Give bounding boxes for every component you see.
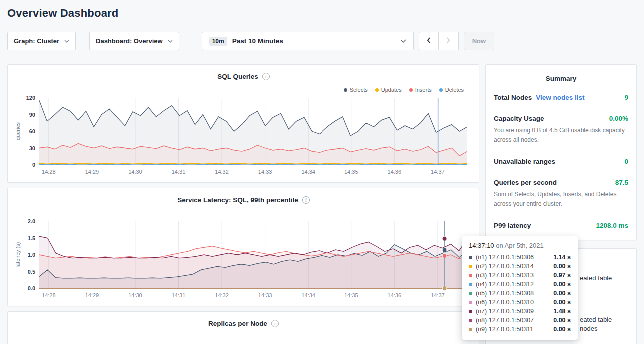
chevron-down-icon [168,40,173,43]
summary-row-unavailable-ranges: Unavailable ranges 0 [494,151,628,172]
chart-title-row: SQL Queries i [14,71,473,82]
tooltip-node-label: (n6) 127.0.0.1:50310 [476,299,534,306]
legend-item[interactable]: Inserts [409,87,432,93]
series-dot-icon [469,328,472,331]
tooltip-node-value: 1.48 s [553,308,571,315]
legend-item[interactable]: Selects [344,87,368,93]
time-range-badge: 10m [209,37,227,46]
replicas-per-node-panel: Replicas per Node i [7,311,479,344]
tooltip-row: (n1) 127.0.0.1:503061.14 s [469,253,571,262]
dashboard-dropdown[interactable]: Dashboard: Overview [89,32,179,50]
tooltip-node-value: 0.00 s [553,290,571,297]
series-dot-icon [469,265,472,268]
legend-dot-icon [375,88,379,92]
svg-text:30: 30 [29,145,35,151]
event-item-fragment[interactable]: eated table [580,274,612,282]
service-latency-chart[interactable]: 14:2814:2914:3014:3114:3214:3314:3414:35… [14,218,474,302]
info-icon[interactable]: i [302,196,310,204]
svg-text:queries: queries [15,122,21,140]
dashboard-dropdown-label: Dashboard: Overview [96,37,163,45]
svg-text:14:28: 14:28 [42,292,56,298]
tooltip-node-value: 0.97 s [553,272,571,279]
now-button[interactable]: Now [464,32,494,50]
sql-queries-chart[interactable]: 14:2814:2914:3014:3114:3214:3314:3414:35… [14,95,474,179]
series-dot-icon [469,274,472,277]
legend-item[interactable]: Updates [375,87,402,93]
tooltip-node-label: (n9) 127.0.0.1:50311 [476,326,533,333]
qps-label: Queries per second [494,179,557,186]
svg-text:14:37: 14:37 [431,169,445,175]
svg-text:14:30: 14:30 [128,292,142,298]
svg-text:1.0: 1.0 [28,252,35,258]
time-range-label: Past 10 Minutes [232,37,283,45]
tooltip-node-label: (n5) 127.0.0.1:50308 [476,290,534,297]
graph-dropdown-label: Graph: Cluster [14,37,59,45]
page-title: Overview Dashboard [0,0,644,20]
series-dot-icon [469,292,472,295]
tooltip-row: (n4) 127.0.0.1:503120.00 s [469,280,571,289]
tooltip-node-label: (n4) 127.0.0.1:50312 [476,281,534,288]
capacity-usage-value: 0.00% [609,115,628,122]
svg-text:latency (s): latency (s) [15,242,21,268]
info-icon[interactable]: i [262,73,270,80]
chart-title: Replicas per Node [208,320,267,327]
legend-item[interactable]: Deletes [439,87,464,93]
chevron-down-icon [400,39,406,43]
view-nodes-list-link[interactable]: View nodes list [536,94,584,101]
svg-text:14:33: 14:33 [258,292,272,298]
tooltip-row: (n2) 127.0.0.1:503140.00 s [469,262,571,271]
svg-text:14:34: 14:34 [301,292,315,298]
svg-text:14:30: 14:30 [128,169,142,175]
info-icon[interactable]: i [271,320,279,327]
capacity-usage-subtext: You are using 0 B of 4.5 GiB usable disk… [494,126,628,144]
tooltip-row: (n7) 127.0.0.1:503091.48 s [469,307,571,316]
unavailable-ranges-label: Unavailable ranges [494,158,555,165]
overview-dashboard-page: Overview Dashboard Graph: Cluster Dashbo… [0,0,644,344]
svg-text:14:36: 14:36 [388,292,402,298]
svg-text:14:31: 14:31 [172,169,186,175]
svg-text:14:35: 14:35 [344,169,358,175]
svg-text:0: 0 [32,162,35,168]
svg-text:60: 60 [29,128,35,134]
chart-title: Service Latency: SQL, 99th percentile [177,196,298,204]
summary-title: Summary [494,73,628,87]
chart-hover-tooltip: 14:37:10 on Apr 5th, 2021 (n1) 127.0.0.1… [462,236,578,340]
summary-panel: Summary Total Nodes View nodes list 9 Ca… [485,64,637,240]
legend-dot-icon [409,88,413,92]
summary-row-p99-latency: P99 latency 1208.0 ms [494,215,628,236]
svg-text:14:32: 14:32 [215,292,229,298]
svg-text:120: 120 [26,95,35,101]
tooltip-node-value: 0.00 s [553,263,571,270]
event-item-fragment[interactable]: eated table [580,316,612,323]
tooltip-node-value: 0.00 s [553,299,571,306]
time-prev-button[interactable] [419,32,439,50]
event-item-fragment[interactable]: nodes [580,325,597,332]
sql-queries-panel: SQL Queries i SelectsUpdatesInsertsDelet… [7,64,479,183]
svg-text:0.5: 0.5 [28,269,35,275]
tooltip-time: 14:37:10 [469,242,494,249]
chevron-down-icon [64,40,69,43]
series-dot-icon [469,310,472,313]
svg-text:14:36: 14:36 [388,169,402,175]
svg-text:14:34: 14:34 [301,169,315,175]
service-latency-panel: Service Latency: SQL, 99th percentile i … [7,188,479,306]
graph-dropdown[interactable]: Graph: Cluster [7,32,76,50]
time-next-button[interactable] [439,32,459,50]
time-pager [419,32,459,50]
svg-text:14:33: 14:33 [258,169,272,175]
summary-row-capacity-usage: Capacity Usage 0.00% You are using 0 B o… [494,108,628,151]
tooltip-node-value: 0.00 s [553,317,571,324]
tooltip-node-value: 1.14 s [553,254,571,261]
svg-text:2.0: 2.0 [28,218,35,224]
chevron-right-icon [446,37,451,45]
tooltip-node-value: 0.00 s [553,326,571,333]
tooltip-node-label: (n8) 127.0.0.1:50307 [476,317,534,324]
tooltip-node-label: (n1) 127.0.0.1:50306 [476,254,534,261]
time-range-picker[interactable]: 10m Past 10 Minutes [202,32,414,50]
svg-text:14:31: 14:31 [172,292,186,298]
tooltip-node-value: 0.00 s [553,281,571,288]
summary-row-total-nodes: Total Nodes View nodes list 9 [494,87,628,108]
total-nodes-value: 9 [624,94,628,101]
svg-text:14:35: 14:35 [344,292,358,298]
qps-subtext: Sum of Selects, Updates, Inserts, and De… [494,190,628,208]
